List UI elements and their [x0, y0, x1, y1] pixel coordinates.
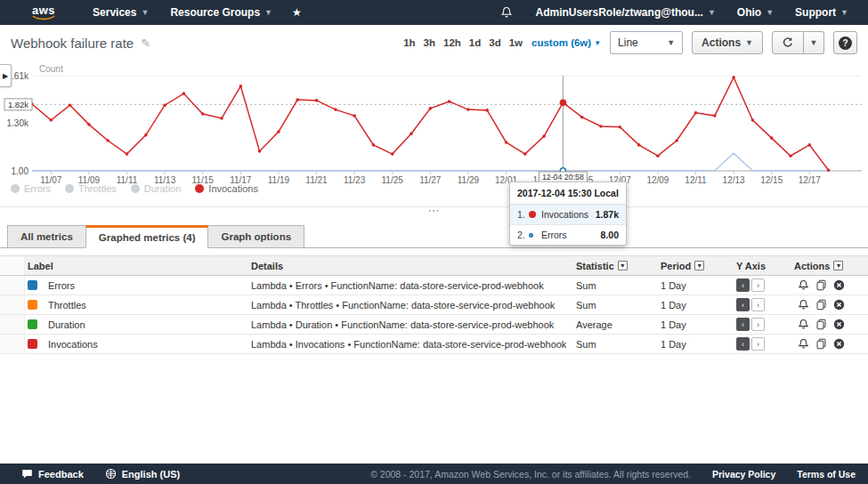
chart-type-select[interactable]: Line ▼	[610, 31, 683, 54]
remove-metric-icon[interactable]	[833, 279, 845, 291]
duplicate-icon[interactable]	[815, 338, 827, 350]
region-label: Ohio	[737, 6, 761, 19]
services-label: Services	[93, 6, 136, 19]
metric-color-swatch[interactable]	[28, 280, 37, 290]
expand-panel-handle[interactable]: ▶	[0, 64, 12, 87]
metric-statistic[interactable]: Sum	[572, 300, 657, 311]
alarm-bell-icon[interactable]	[798, 338, 809, 350]
metric-y-axis: ‹›	[733, 298, 791, 311]
metric-period[interactable]: 1 Day	[657, 300, 733, 311]
metric-period[interactable]: 1 Day	[657, 339, 733, 350]
pin-icon[interactable]: ★	[283, 6, 311, 19]
row-gutter	[0, 295, 25, 314]
time-range-3d[interactable]: 3d	[489, 37, 500, 48]
refresh-button[interactable]	[772, 31, 804, 54]
metric-statistic[interactable]: Average	[572, 319, 657, 330]
svg-text:12/11: 12/11	[685, 175, 707, 185]
tab-all-metrics[interactable]: All metrics	[7, 225, 85, 248]
custom-time-range-button[interactable]: custom (6w) ▼	[531, 37, 601, 48]
metric-statistic[interactable]: Sum	[572, 280, 657, 291]
tooltip-row-errors: 2.Errors8.00	[510, 225, 626, 245]
legend-dot-icon	[11, 184, 20, 193]
time-range-12h[interactable]: 12h	[443, 37, 461, 48]
remove-metric-icon[interactable]	[833, 299, 845, 311]
notifications-bell-icon[interactable]	[488, 6, 525, 19]
panel-resize-handle[interactable]: ⋯	[0, 206, 868, 216]
svg-text:1.82k: 1.82k	[8, 100, 28, 109]
metric-color-swatch[interactable]	[28, 319, 37, 329]
tooltip-timestamp: 2017-12-04 15:30 Local	[510, 182, 626, 205]
edit-all-period-icon[interactable]: ▼	[694, 261, 704, 270]
metric-actions	[791, 279, 868, 291]
y-axis-left-button[interactable]: ‹	[736, 337, 750, 351]
aws-logo[interactable]: aws	[32, 5, 55, 20]
duplicate-icon[interactable]	[815, 299, 827, 311]
help-button[interactable]: ?	[833, 31, 857, 54]
actions-button[interactable]: Actions ▼	[692, 31, 763, 54]
metric-details: Lambda • Throttles • FunctionName: data-…	[247, 300, 572, 311]
metric-row-duration[interactable]: DurationLambda • Duration • FunctionName…	[0, 315, 868, 335]
services-menu[interactable]: Services ▼	[82, 0, 159, 25]
metric-row-errors[interactable]: ErrorsLambda • Errors • FunctionName: da…	[0, 276, 868, 295]
chevron-down-icon: ▼	[594, 39, 601, 47]
column-header-details: Details	[247, 261, 572, 271]
time-range-1d[interactable]: 1d	[469, 37, 481, 48]
remove-metric-icon[interactable]	[833, 319, 845, 330]
legend-item-errors[interactable]: Errors	[11, 183, 51, 194]
time-range-1w[interactable]: 1w	[509, 37, 523, 48]
chevron-down-icon: ▼	[667, 38, 675, 47]
remove-metric-icon[interactable]	[833, 338, 845, 350]
y-axis-right-button[interactable]: ›	[751, 298, 765, 311]
time-range-3h[interactable]: 3h	[424, 37, 435, 48]
metric-row-invocations[interactable]: InvocationsLambda • Invocations • Functi…	[0, 335, 868, 354]
support-menu[interactable]: Support ▼	[784, 0, 859, 25]
metric-statistic[interactable]: Sum	[572, 339, 657, 350]
chart-type-value: Line	[618, 36, 638, 49]
alarm-bell-icon[interactable]	[798, 279, 809, 291]
metric-label: Duration	[48, 319, 85, 330]
metric-period[interactable]: 1 Day	[657, 280, 733, 291]
language-selector[interactable]: English (US)	[105, 468, 180, 480]
refresh-icon	[782, 36, 794, 49]
column-header-label: Label	[25, 261, 247, 271]
y-axis-right-button[interactable]: ›	[751, 337, 765, 351]
y-axis-left-button[interactable]: ‹	[736, 318, 750, 331]
edit-title-pencil-icon[interactable]: ✎	[141, 36, 150, 50]
metric-y-axis: ‹›	[733, 318, 791, 331]
refresh-options-button[interactable]: ▼	[804, 31, 824, 54]
y-axis-left-button[interactable]: ‹	[736, 298, 750, 311]
alarm-bell-icon[interactable]	[798, 319, 809, 330]
duplicate-icon[interactable]	[815, 279, 827, 291]
region-menu[interactable]: Ohio ▼	[726, 0, 784, 25]
resource-groups-menu[interactable]: Resource Groups ▼	[159, 0, 283, 25]
y-axis-right-button[interactable]: ›	[751, 318, 765, 331]
y-axis-right-button[interactable]: ›	[751, 278, 765, 292]
legend-label: Duration	[144, 183, 182, 194]
legend-item-invocations[interactable]: Invocations	[195, 183, 258, 194]
account-menu[interactable]: AdminUsersRole/ztwang@thou... ▼	[525, 0, 726, 25]
privacy-policy-link[interactable]: Privacy Policy	[712, 469, 775, 480]
row-gutter	[0, 276, 25, 294]
cloudwatch-metrics-page: aws Services ▼ Resource Groups ▼ ★ Admin…	[0, 0, 868, 484]
legend-item-duration[interactable]: Duration	[131, 183, 182, 194]
row-gutter	[0, 315, 25, 334]
edit-all-actions-icon[interactable]: ▼	[833, 261, 843, 270]
svg-text:Count: Count	[39, 64, 63, 74]
alarm-bell-icon[interactable]	[798, 299, 809, 311]
edit-all-statistic-icon[interactable]: ▼	[618, 261, 628, 270]
tab-graphed-metrics-4[interactable]: Graphed metrics (4)	[85, 225, 209, 248]
metric-period[interactable]: 1 Day	[657, 319, 733, 330]
tab-graph-options[interactable]: Graph options	[208, 225, 304, 248]
time-range-1h[interactable]: 1h	[403, 37, 415, 48]
metrics-tabs: All metricsGraphed metrics (4)Graph opti…	[0, 224, 868, 248]
globe-icon	[105, 468, 117, 480]
metric-row-throttles[interactable]: ThrottlesLambda • Throttles • FunctionNa…	[0, 295, 868, 315]
page-title: Webhook failure rate	[11, 36, 134, 51]
legend-item-throttles[interactable]: Throttles	[65, 183, 117, 194]
feedback-button[interactable]: Feedback	[21, 468, 84, 480]
metric-color-swatch[interactable]	[28, 339, 37, 349]
duplicate-icon[interactable]	[815, 319, 827, 330]
metric-color-swatch[interactable]	[28, 300, 37, 310]
terms-of-use-link[interactable]: Terms of Use	[797, 469, 856, 480]
y-axis-left-button[interactable]: ‹	[736, 278, 750, 292]
